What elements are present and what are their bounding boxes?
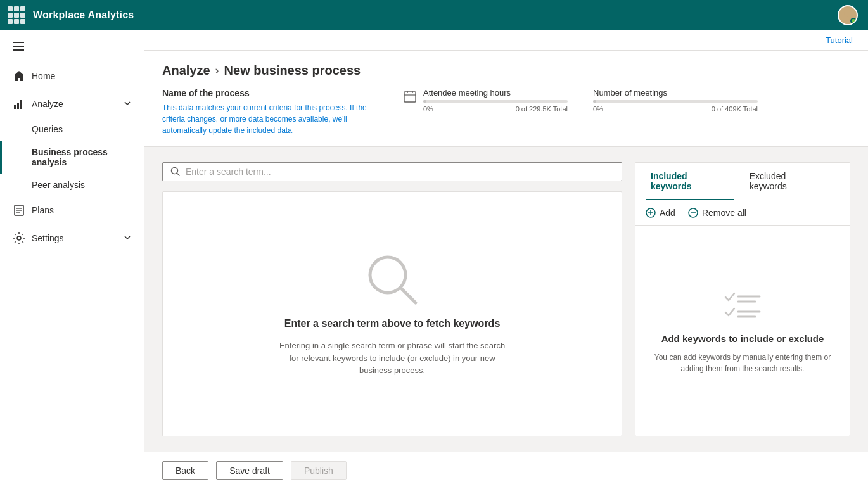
sidebar-item-analyze[interactable]: Analyze xyxy=(0,90,144,118)
page-header: Analyze › New business process Name of t… xyxy=(144,51,868,147)
sidebar-item-settings[interactable]: Settings xyxy=(0,224,144,252)
attendee-meeting-hours-metric: Attendee meeting hours 0% 0 of 229.5K To… xyxy=(403,88,568,113)
svg-rect-6 xyxy=(17,103,19,109)
hamburger-menu[interactable] xyxy=(0,30,144,62)
breadcrumb-parent[interactable]: Analyze xyxy=(162,63,210,78)
chart-icon xyxy=(13,98,25,110)
plans-icon xyxy=(13,204,25,217)
home-icon xyxy=(13,70,25,82)
sidebar-item-home-label: Home xyxy=(32,71,55,81)
svg-rect-14 xyxy=(404,92,416,102)
add-keyword-label: Add xyxy=(660,208,675,218)
avatar[interactable] xyxy=(838,5,858,25)
app-title: Workplace Analytics xyxy=(33,10,134,21)
remove-all-button[interactable]: Remove all xyxy=(688,208,746,218)
svg-rect-2 xyxy=(13,42,24,43)
search-box[interactable] xyxy=(162,162,622,181)
svg-point-18 xyxy=(172,168,178,174)
save-draft-button[interactable]: Save draft xyxy=(216,461,283,480)
topbar: Workplace Analytics xyxy=(0,0,868,30)
sidebar-item-bpa-label: Business process analysis xyxy=(32,147,131,167)
sidebar-item-plans[interactable]: Plans xyxy=(0,196,144,224)
remove-all-label: Remove all xyxy=(702,208,746,218)
app-grid-icon[interactable] xyxy=(8,6,25,24)
sidebar-item-analyze-label: Analyze xyxy=(32,99,63,109)
number-of-meetings-stats: 0% 0 of 409K Total xyxy=(593,105,758,113)
tab-excluded-keywords[interactable]: Excluded keywords xyxy=(744,163,829,200)
search-empty-desc: Entering in a single search term or phra… xyxy=(278,340,506,377)
sidebar-item-peer-analysis[interactable]: Peer analysis xyxy=(0,174,144,196)
sidebar-item-plans-label: Plans xyxy=(32,205,54,215)
tab-included-keywords[interactable]: Included keywords xyxy=(646,163,734,200)
svg-rect-5 xyxy=(14,105,16,109)
breadcrumb: Analyze › New business process xyxy=(162,63,850,78)
remove-icon xyxy=(688,208,698,218)
content-area: Enter a search term above to fetch keywo… xyxy=(144,147,868,452)
keywords-empty-title: Add keywords to include or exclude xyxy=(661,333,824,344)
sidebar-item-peer-label: Peer analysis xyxy=(32,180,85,190)
svg-rect-8 xyxy=(23,98,24,109)
search-empty-icon xyxy=(364,251,421,308)
settings-chevron-icon xyxy=(124,233,131,243)
search-panel: Enter a search term above to fetch keywo… xyxy=(162,162,622,436)
keywords-empty-icon xyxy=(720,288,765,326)
attendee-meeting-hours-title: Attendee meeting hours xyxy=(423,88,568,98)
svg-line-21 xyxy=(400,288,416,303)
attendee-meeting-hours-stats: 0% 0 of 229.5K Total xyxy=(423,105,568,113)
number-of-meetings-metric: Number of meetings 0% 0 of 409K Total xyxy=(593,88,758,113)
svg-rect-4 xyxy=(13,49,24,51)
search-empty-title: Enter a search term above to fetch keywo… xyxy=(284,318,501,329)
svg-line-19 xyxy=(177,174,180,176)
search-input[interactable] xyxy=(186,167,614,177)
sidebar-item-settings-label: Settings xyxy=(32,233,64,243)
keywords-panel: Included keywords Excluded keywords xyxy=(635,162,850,436)
keywords-tabs: Included keywords Excluded keywords xyxy=(635,163,850,200)
attendee-meeting-hours-bar xyxy=(423,100,568,103)
sidebar-item-home[interactable]: Home xyxy=(0,62,144,90)
number-of-meetings-title: Number of meetings xyxy=(593,88,758,98)
publish-button[interactable]: Publish xyxy=(291,461,347,480)
sidebar: Home Analyze Queries B xyxy=(0,30,144,489)
keywords-actions: Add Remove all xyxy=(635,200,850,226)
search-icon xyxy=(170,167,181,177)
main-content: Tutorial Analyze › New business process … xyxy=(144,30,868,489)
process-name-label: Name of the process xyxy=(162,88,378,98)
sidebar-item-business-process-analysis[interactable]: Business process analysis xyxy=(0,141,144,174)
number-of-meetings-fill xyxy=(593,100,596,103)
sidebar-item-queries-label: Queries xyxy=(32,124,63,134)
calendar-icon xyxy=(403,89,417,106)
tutorial-link[interactable]: Tutorial xyxy=(826,35,853,45)
sidebar-item-queries[interactable]: Queries xyxy=(0,118,144,141)
keywords-empty-state: Add keywords to include or exclude You c… xyxy=(635,226,850,436)
process-name-description: This data matches your current criteria … xyxy=(162,102,378,136)
attendee-meeting-hours-fill xyxy=(423,100,426,103)
svg-rect-3 xyxy=(13,46,24,47)
back-button[interactable]: Back xyxy=(162,461,208,480)
search-results-area: Enter a search term above to fetch keywo… xyxy=(162,191,622,436)
number-of-meetings-bar xyxy=(593,100,758,103)
sidebar-nav: Home Analyze Queries B xyxy=(0,62,144,489)
add-keyword-button[interactable]: Add xyxy=(646,208,675,218)
analyze-chevron-icon xyxy=(124,99,131,109)
add-circle-icon xyxy=(646,208,656,218)
breadcrumb-current: New business process xyxy=(224,63,361,78)
settings-icon xyxy=(13,232,25,244)
breadcrumb-separator: › xyxy=(215,64,219,77)
keywords-empty-desc: You can add keywords by manually enterin… xyxy=(651,352,834,374)
svg-rect-7 xyxy=(20,100,22,109)
footer: Back Save draft Publish xyxy=(144,452,868,489)
svg-point-0 xyxy=(844,9,852,16)
svg-point-13 xyxy=(17,236,21,240)
avatar-status xyxy=(850,18,857,24)
tutorial-bar[interactable]: Tutorial xyxy=(144,30,868,51)
